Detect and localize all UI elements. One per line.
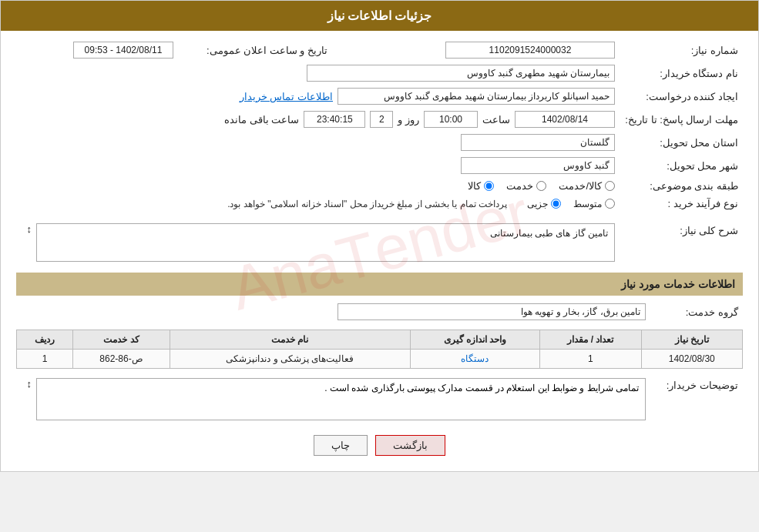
deadline-date-box: 1402/08/14	[515, 111, 615, 128]
province-value: گلستان	[16, 131, 620, 154]
city-label: شهر محل تحویل:	[620, 154, 743, 177]
city-value: گنبد کاووس	[16, 154, 620, 177]
service-group-input: تامین برق، گاز، بخار و تهویه هوا	[338, 303, 646, 320]
creator-row: ایجاد کننده درخواست: حمید اسپانلو کاربرد…	[16, 85, 743, 108]
buyer-desc-label: توضیحات خریدار:	[650, 375, 743, 423]
back-button[interactable]: بازگشت	[375, 435, 445, 456]
purchase-type-value: متوسط جزیی پرداخت تمام یا بخشی از مبلغ خ…	[16, 195, 620, 212]
category-kala-option[interactable]: کالا	[468, 180, 494, 192]
buyer-desc-table: توضیحات خریدار: تمامی شرایط و ضوابط این …	[16, 375, 743, 423]
remaining-time-box: 23:40:15	[304, 111, 365, 128]
need-desc-cell: تامین گاز های طبی بیمارستانی ↕	[16, 220, 620, 265]
purchase-jozvi-radio[interactable]	[551, 199, 561, 209]
category-label: طبقه بندی موضوعی:	[620, 177, 743, 195]
need-number-value: 1102091524000032	[355, 38, 620, 62]
purchase-type-row: نوع فرآیند خرید : متوسط جزیی پرداخت تمام…	[16, 195, 743, 212]
need-desc-input: تامین گاز های طبی بیمارستانی	[36, 223, 615, 262]
city-row: شهر محل تحویل: گنبد کاووس	[16, 154, 743, 177]
content-area: AnaТender شماره نیاز: 1102091524000032 ت…	[1, 31, 758, 471]
table-cell: ص-86-862	[73, 350, 170, 369]
buyer-org-input: بیمارستان شهید مطهری گنبد کاووس	[307, 65, 615, 82]
buyer-org-row: نام دستگاه خریدار: بیمارستان شهید مطهری …	[16, 62, 743, 85]
buyer-desc-resize-icon: ↕	[21, 378, 32, 389]
page-header: جزئیات اطلاعات نیاز	[1, 1, 758, 31]
table-cell: 1	[540, 350, 641, 369]
category-kala-khedmat-label: کالا/خدمت	[559, 180, 602, 192]
creator-row-value: حمید اسپانلو کاربرداز بیمارستان شهید مطه…	[16, 85, 620, 108]
category-kala-radio[interactable]	[484, 181, 494, 191]
need-number-label: شماره نیاز:	[620, 38, 743, 62]
deadline-label: مهلت ارسال پاسخ: تا تاریخ:	[620, 108, 743, 131]
deadline-days-label: روز و	[398, 114, 419, 125]
info-table: شماره نیاز: 1102091524000032 تاریخ و ساع…	[16, 38, 743, 212]
category-row: طبقه بندی موضوعی: کالا/خدمت خدمت	[16, 177, 743, 195]
service-group-row: گروه خدمت: تامین برق، گاز، بخار و تهویه …	[16, 300, 743, 323]
buyer-org-label: نام دستگاه خریدار:	[620, 62, 743, 85]
col-qty-header: تعداد / مقدار	[540, 330, 641, 350]
need-desc-resize-icon: ↕	[21, 223, 32, 234]
creator-input: حمید اسپانلو کاربرداز بیمارستان شهید مطه…	[338, 88, 615, 105]
category-khedmat-radio[interactable]	[536, 181, 546, 191]
deadline-row-value: 1402/08/14 ساعت 10:00 روز و 2 23:40:15 س…	[16, 108, 620, 131]
announce-date-label: تاریخ و ساعت اعلان عمومی:	[178, 38, 332, 62]
button-area: بازگشت چاپ	[16, 435, 743, 456]
purchase-motasat-label: متوسط	[573, 199, 602, 209]
table-cell: دستگاه	[410, 350, 539, 369]
category-kala-label: کالا	[468, 180, 481, 192]
col-unit-header: واحد اندازه گیری	[410, 330, 539, 350]
category-khedmat-label: خدمت	[506, 180, 533, 192]
buyer-org-value: بیمارستان شهید مطهری گنبد کاووس	[16, 62, 620, 85]
page-wrapper: جزئیات اطلاعات نیاز AnaТender شماره نیاز…	[0, 0, 759, 472]
services-table-body: 1402/08/301دستگاهفعالیت‌های پزشکی و دندا…	[17, 350, 743, 369]
province-row: استان محل تحویل: گلستان	[16, 131, 743, 154]
table-cell: 1402/08/30	[641, 350, 742, 369]
table-row: 1402/08/301دستگاهفعالیت‌های پزشکی و دندا…	[17, 350, 743, 369]
buyer-desc-input: تمامی شرایط و ضوابط این استعلام در قسمت …	[36, 378, 646, 420]
announce-date-box: 1402/08/11 - 09:53	[73, 42, 173, 59]
contact-link[interactable]: اطلاعات تماس خریدار	[240, 91, 333, 102]
table-cell: فعالیت‌های پزشکی و دندانپزشکی	[170, 350, 410, 369]
category-kala-khedmat-radio[interactable]	[605, 181, 615, 191]
creator-label: ایجاد کننده درخواست:	[620, 85, 743, 108]
need-desc-row: شرح کلی نیاز: تامین گاز های طبی بیمارستا…	[16, 220, 743, 265]
category-khedmat-option[interactable]: خدمت	[506, 180, 546, 192]
services-table: تاریخ نیاز تعداد / مقدار واحد اندازه گیر…	[16, 330, 743, 369]
buyer-desc-cell: تمامی شرایط و ضوابط این استعلام در قسمت …	[16, 375, 650, 423]
col-code-header: کد خدمت	[73, 330, 170, 350]
service-group-table: گروه خدمت: تامین برق، گاز، بخار و تهویه …	[16, 300, 743, 323]
purchase-jozvi-option[interactable]: جزیی	[527, 199, 561, 209]
category-kala-khedmat-option[interactable]: کالا/خدمت	[559, 180, 615, 192]
need-desc-table: شرح کلی نیاز: تامین گاز های طبی بیمارستا…	[16, 220, 743, 265]
remaining-label: ساعت باقی مانده	[224, 114, 299, 125]
need-desc-label: شرح کلی نیاز:	[620, 220, 743, 265]
purchase-motasat-radio[interactable]	[605, 199, 615, 209]
table-cell: 1	[17, 350, 73, 369]
deadline-days-box: 2	[370, 111, 393, 128]
service-group-value-cell: تامین برق، گاز، بخار و تهویه هوا	[16, 300, 650, 323]
page-title: جزئیات اطلاعات نیاز	[327, 9, 432, 22]
service-group-label: گروه خدمت:	[650, 300, 743, 323]
deadline-row: مهلت ارسال پاسخ: تا تاریخ: 1402/08/14 سا…	[16, 108, 743, 131]
deadline-time-box: 10:00	[424, 111, 478, 128]
col-row-header: ردیف	[17, 330, 73, 350]
deadline-time-label: ساعت	[482, 114, 510, 125]
province-label: استان محل تحویل:	[620, 131, 743, 154]
services-table-header-row: تاریخ نیاز تعداد / مقدار واحد اندازه گیر…	[17, 330, 743, 350]
announce-date-value: 1402/08/11 - 09:53	[16, 38, 178, 62]
purchase-motasat-option[interactable]: متوسط	[573, 199, 615, 209]
services-section-header: اطلاعات خدمات مورد نیاز	[16, 273, 743, 296]
services-table-head: تاریخ نیاز تعداد / مقدار واحد اندازه گیر…	[17, 330, 743, 350]
category-value: کالا/خدمت خدمت کالا	[16, 177, 620, 195]
province-input: گلستان	[461, 134, 615, 151]
purchase-note: پرداخت تمام یا بخشی از مبلغ خریداز محل "…	[227, 199, 507, 209]
col-name-header: نام خدمت	[170, 330, 410, 350]
need-number-input: 1102091524000032	[445, 42, 615, 59]
city-input: گنبد کاووس	[461, 157, 615, 174]
need-number-row: شماره نیاز: 1102091524000032 تاریخ و ساع…	[16, 38, 743, 62]
col-date-header: تاریخ نیاز	[641, 330, 742, 350]
print-button[interactable]: چاپ	[314, 435, 368, 456]
purchase-type-label: نوع فرآیند خرید :	[620, 195, 743, 212]
purchase-jozvi-label: جزیی	[527, 199, 548, 209]
buyer-desc-row: توضیحات خریدار: تمامی شرایط و ضوابط این …	[16, 375, 743, 423]
